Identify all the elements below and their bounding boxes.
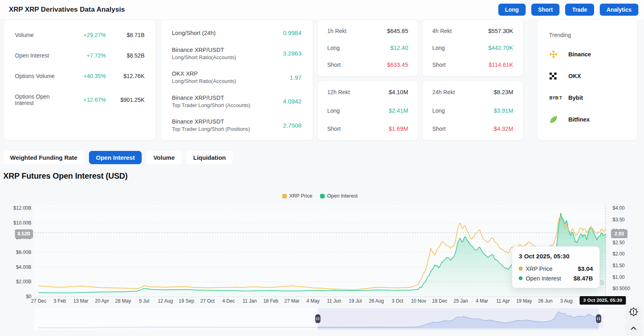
right-crosshair-badge: 2.93 (611, 229, 627, 238)
rekt-label: 4h Rekt (432, 28, 488, 34)
series-marker-icon (519, 267, 522, 270)
rekt-label: Long (432, 107, 494, 114)
x-axis-tick: 3 Aug (552, 298, 581, 304)
ratio-title: Long/Short (24h) (172, 30, 216, 36)
x-axis-tick: 12 Aug (151, 298, 180, 304)
ratio-title: OKX XRP (172, 70, 236, 77)
exchange-name: Binance (568, 51, 591, 58)
series-marker-icon (519, 276, 522, 280)
long-button[interactable]: Long (498, 4, 526, 16)
navigator-area (39, 312, 604, 328)
trade-button[interactable]: Trade (565, 4, 594, 16)
rekt-card: 1h Rekt$645.85Long$12.40Short$633.45 (317, 19, 418, 76)
navigator-mask-left (34, 308, 318, 330)
chart-settings-button[interactable] (625, 304, 642, 321)
right-axis-tick: $3.00 (613, 228, 625, 234)
ratio-row: Binance XRP/USDTTop Trader Long/Short (A… (172, 95, 301, 108)
legend-item-open-interest[interactable]: Open Interest (320, 193, 358, 199)
trending-card: Trending BinanceOKXBYBITBybitBitfinex (537, 19, 638, 140)
x-axis-tick: 13 Mar (66, 298, 95, 304)
left-axis-tick: $8.00B (0, 234, 31, 241)
left-axis-tick: $6.00B (0, 249, 31, 256)
x-axis-tick: 18 Dec (425, 298, 454, 304)
x-axis-tick: 3 Feb (45, 298, 74, 304)
rekt-label: Long (432, 45, 488, 51)
rekt-label: Short (327, 62, 387, 68)
rekt-row: Long$12.40 (327, 45, 408, 51)
rekt-value: $442.70K (488, 45, 513, 51)
metric-value: $8.52B (106, 52, 144, 59)
rekt-label: Short (327, 126, 389, 132)
scroll-to-top-button[interactable] (625, 322, 642, 336)
rekt-label: 1h Rekt (327, 28, 387, 34)
ratio-labels: Binance XRP/USDTLong/Short Ratio(Account… (172, 47, 236, 60)
chevron-up-icon (629, 324, 638, 335)
rekt-card: 24h Rekt$8.23MLong$3.91MShort$4.32M (422, 80, 523, 140)
ratio-labels: Long/Short (24h) (172, 30, 216, 36)
rekt-row: 1h Rekt$645.85 (327, 28, 408, 34)
rekt-value: $557.30K (488, 28, 513, 34)
analytics-button[interactable]: Analytics (600, 4, 638, 16)
exchange-name: Bybit (568, 95, 583, 101)
rekt-label: Short (432, 126, 494, 132)
rekt-row: Long$442.70K (432, 45, 513, 51)
rekt-row: Short$114.61K (432, 62, 513, 68)
metric-change: +40.35% (62, 73, 106, 79)
rekt-row: 24h Rekt$8.23M (432, 89, 513, 95)
tab-liquidation[interactable]: Liquidation (186, 151, 233, 164)
x-axis-tick: 25 Jan (446, 298, 475, 304)
ratio-labels: Binance XRP/USDTTop Trader Long/Short (P… (172, 118, 250, 132)
page-title: XRP XRP Derivatives Data Analysis (9, 6, 125, 14)
tooltip-date: 3 Oct 2025, 05:30 (519, 253, 593, 260)
x-axis-tick: 10 Nov (404, 298, 433, 304)
ratio-title: Binance XRP/USDT (172, 47, 236, 53)
metric-value: $901.25K (106, 97, 144, 103)
rekt-label: 24h Rekt (432, 89, 494, 95)
metric-label: Options Volume (15, 73, 62, 79)
trending-item-binance[interactable]: Binance (549, 49, 626, 60)
chart-tooltip: 3 Oct 2025, 05:30 XRP Price$3.04Open Int… (512, 246, 600, 288)
metric-row: Open Interest+7.72%$8.52B (15, 52, 144, 59)
navigator-selection[interactable] (318, 308, 599, 330)
tab-volume[interactable]: Volume (147, 151, 182, 164)
tab-weighted-funding-rate[interactable]: Weighted Funding Rate (3, 151, 84, 164)
xrp-price-line (39, 216, 606, 290)
rekt-value: $114.61K (489, 62, 513, 68)
tooltip-row: XRP Price$3.04 (519, 265, 593, 272)
x-axis-tick: 27 Oct (193, 298, 222, 304)
short-button[interactable]: Short (531, 4, 560, 16)
x-axis-tick: 11 Jan (235, 298, 264, 304)
rekt-row: Long$2.41M (327, 107, 408, 114)
chart-tabs: Weighted Funding RateOpen InterestVolume… (3, 151, 644, 164)
ratio-title: Binance XRP/USDT (172, 118, 250, 125)
x-axis-tick: 19 May (510, 298, 539, 304)
okx-icon (549, 72, 564, 80)
tooltip-series-value: $8.47B (574, 275, 593, 282)
navigator-left-handle[interactable] (315, 314, 320, 323)
trending-item-bitfinex[interactable]: Bitfinex (549, 114, 626, 125)
legend-label: Open Interest (327, 193, 358, 199)
left-axis-tick: $4.00B (0, 264, 31, 270)
x-axis-tick: 5 Jul (130, 298, 159, 304)
exchange-name: OKX (568, 73, 581, 79)
trending-item-okx[interactable]: OKX (549, 70, 626, 82)
right-axis-tick: $1.00 (613, 274, 625, 280)
x-axis-tick: 3 Oct (383, 298, 412, 304)
metric-row: Options Volume+40.35%$12.76K (15, 73, 144, 79)
metric-value: $12.76K (106, 73, 144, 79)
rekt-label: Long (327, 45, 390, 51)
summary-cards: Volume+29.27%$8.71BOpen Interest+7.72%$8… (3, 19, 641, 140)
open-interest-line (39, 213, 606, 293)
legend-item-xrp-price[interactable]: XRP Price (282, 193, 312, 199)
svg-text:BYBIT: BYBIT (549, 96, 562, 100)
tooltip-series-value: $3.04 (578, 265, 593, 272)
trending-list: BinanceOKXBYBITBybitBitfinex (549, 49, 626, 125)
navigator-right-handle[interactable] (596, 314, 601, 323)
right-axis-tick: $2.50 (613, 239, 625, 246)
ratio-row: Long/Short (24h)0.9984 (172, 29, 301, 36)
rekt-value: $3.91M (494, 107, 513, 114)
trending-item-bybit[interactable]: BYBITBybit (549, 92, 626, 103)
tooltip-series-label: XRP Price (526, 266, 574, 272)
right-axis-tick: $3.50 (613, 216, 625, 223)
tab-open-interest[interactable]: Open Interest (89, 151, 142, 164)
